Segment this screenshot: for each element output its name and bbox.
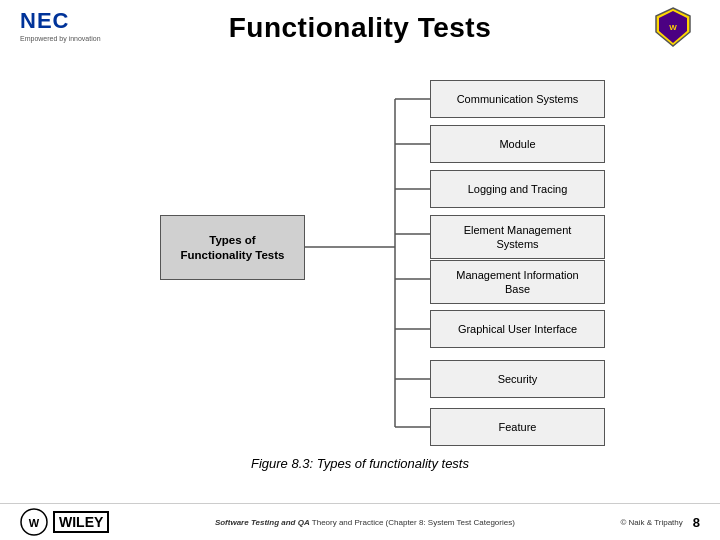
slide-header: NEC Empowered by innovation Functionalit…: [0, 0, 720, 55]
main-content: Types of Functionality Tests Communicati…: [0, 60, 720, 472]
svg-text:W: W: [669, 23, 677, 32]
page-title: Functionality Tests: [229, 12, 492, 44]
waterloo-logo: W: [645, 6, 700, 48]
figure-caption-area: Figure 8.3: Types of functionality tests: [251, 454, 469, 472]
box-mib: Management Information Base: [430, 260, 605, 304]
box-module: Module: [430, 125, 605, 163]
footer-copyright: © Naik & Tripathy: [620, 518, 682, 527]
box-feature: Feature: [430, 408, 605, 446]
wiley-logo: W WILEY: [20, 508, 109, 536]
footer-bar: W WILEY Software Testing and QA Theory a…: [0, 503, 720, 540]
figure-caption: Figure 8.3: Types of functionality tests: [251, 456, 469, 471]
wiley-icon: W: [20, 508, 48, 536]
box-gui: Graphical User Interface: [430, 310, 605, 348]
nec-tagline: Empowered by innovation: [20, 35, 101, 42]
footer-book-info: Software Testing and QA Theory and Pract…: [109, 518, 620, 527]
svg-text:W: W: [29, 517, 40, 529]
nec-logo: NEC Empowered by innovation: [20, 8, 101, 42]
center-box: Types of Functionality Tests: [160, 215, 305, 280]
diagram-area: Types of Functionality Tests Communicati…: [40, 60, 680, 450]
wiley-text: WILEY: [53, 511, 109, 533]
box-security: Security: [430, 360, 605, 398]
page-number: 8: [693, 515, 700, 530]
box-ems: Element Management Systems: [430, 215, 605, 259]
box-communication: Communication Systems: [430, 80, 605, 118]
nec-name: NEC: [20, 8, 69, 34]
box-logging: Logging and Tracing: [430, 170, 605, 208]
